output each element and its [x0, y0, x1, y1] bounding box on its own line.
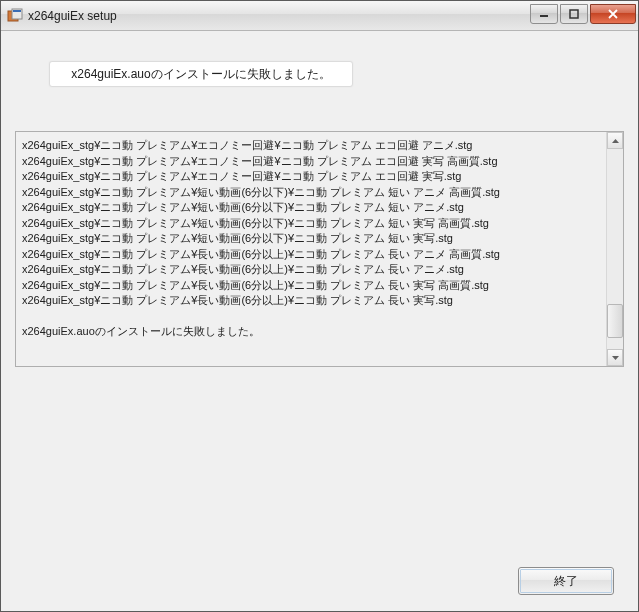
log-line: x264guiEx_stg¥ニコ動 プレミアム¥長い動画(6分以上)¥ニコ動 プ… [22, 293, 603, 309]
svg-rect-2 [13, 10, 21, 12]
log-box: x264guiEx_stg¥ニコ動 プレミアム¥エコノミー回避¥ニコ動 プレミア… [15, 131, 624, 367]
log-line: x264guiEx_stg¥ニコ動 プレミアム¥短い動画(6分以下)¥ニコ動 プ… [22, 200, 603, 216]
close-button[interactable] [590, 4, 636, 24]
log-line: x264guiEx_stg¥ニコ動 プレミアム¥長い動画(6分以上)¥ニコ動 プ… [22, 247, 603, 263]
log-line: x264guiEx_stg¥ニコ動 プレミアム¥短い動画(6分以下)¥ニコ動 プ… [22, 185, 603, 201]
log-content[interactable]: x264guiEx_stg¥ニコ動 プレミアム¥エコノミー回避¥ニコ動 プレミア… [16, 132, 606, 366]
app-icon [7, 8, 23, 24]
log-final-message: x264guiEx.auoのインストールに失敗しました。 [22, 324, 603, 340]
log-line: x264guiEx_stg¥ニコ動 プレミアム¥エコノミー回避¥ニコ動 プレミア… [22, 138, 603, 154]
log-line: x264guiEx_stg¥ニコ動 プレミアム¥長い動画(6分以上)¥ニコ動 プ… [22, 278, 603, 294]
log-line: x264guiEx_stg¥ニコ動 プレミアム¥短い動画(6分以下)¥ニコ動 プ… [22, 231, 603, 247]
maximize-button[interactable] [560, 4, 588, 24]
app-window: x264guiEx setup x264guiEx.auoのインストールに失敗し… [0, 0, 639, 612]
scroll-up-button[interactable] [607, 132, 623, 149]
log-line: x264guiEx_stg¥ニコ動 プレミアム¥短い動画(6分以下)¥ニコ動 プ… [22, 216, 603, 232]
scroll-track[interactable] [607, 149, 623, 349]
titlebar[interactable]: x264guiEx setup [1, 1, 638, 31]
button-bar: 終了 [518, 567, 614, 595]
log-line: x264guiEx_stg¥ニコ動 プレミアム¥エコノミー回避¥ニコ動 プレミア… [22, 154, 603, 170]
scroll-down-button[interactable] [607, 349, 623, 366]
svg-rect-4 [570, 10, 578, 18]
window-title: x264guiEx setup [28, 9, 528, 23]
log-line: x264guiEx_stg¥ニコ動 プレミアム¥エコノミー回避¥ニコ動 プレミア… [22, 169, 603, 185]
minimize-button[interactable] [530, 4, 558, 24]
log-line: x264guiEx_stg¥ニコ動 プレミアム¥長い動画(6分以上)¥ニコ動 プ… [22, 262, 603, 278]
svg-rect-3 [540, 15, 548, 17]
exit-button[interactable]: 終了 [518, 567, 614, 595]
scroll-thumb[interactable] [607, 304, 623, 338]
log-scrollbar[interactable] [606, 132, 623, 366]
window-controls [528, 4, 636, 24]
status-banner-text: x264guiEx.auoのインストールに失敗しました。 [71, 66, 330, 83]
client-area: x264guiEx.auoのインストールに失敗しました。 x264guiEx_s… [1, 31, 638, 611]
status-banner: x264guiEx.auoのインストールに失敗しました。 [49, 61, 353, 87]
